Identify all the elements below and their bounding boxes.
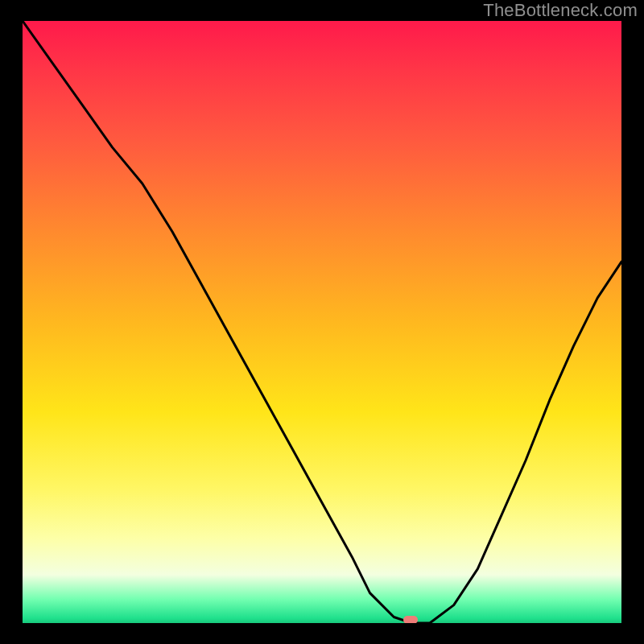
bottleneck-curve [23,21,621,623]
chart-frame: TheBottleneck.com [0,0,644,644]
watermark-text: TheBottleneck.com [483,0,638,21]
optimal-marker [403,616,418,623]
plot-area [23,21,621,623]
